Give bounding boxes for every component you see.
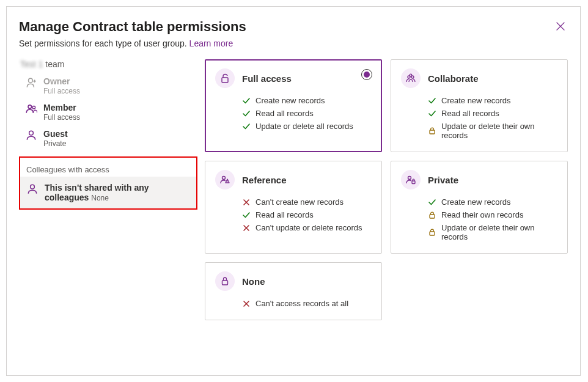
check-icon (428, 198, 436, 207)
person-icon (26, 183, 39, 195)
perm-list: Create new recordsRead all recordsUpdate… (242, 94, 372, 133)
person-warn-icon (215, 170, 235, 189)
private-icon (401, 170, 421, 189)
colleagues-highlight: Colleagues with access This isn't shared… (19, 156, 197, 210)
sidebar-role-owner: OwnerFull access (19, 73, 197, 99)
perm-item: Update or delete their own records (428, 120, 557, 142)
card-title: Private (428, 175, 458, 185)
unlock-icon (215, 68, 235, 88)
role-name: Member (43, 103, 80, 112)
check-icon (242, 109, 251, 118)
perm-item: Update or delete their own records (428, 221, 557, 243)
check-icon (242, 122, 251, 131)
permission-cards: Full accessCreate new recordsRead all re… (205, 59, 568, 320)
perm-item: Create new records (428, 196, 557, 208)
check-icon (428, 97, 436, 105)
close-icon (556, 21, 565, 31)
person-add-icon (25, 76, 37, 89)
perm-item: Create new records (428, 94, 557, 107)
radio-selected-icon (361, 69, 372, 80)
check-icon (242, 211, 251, 219)
perm-list: Create new recordsRead their own records… (428, 196, 557, 243)
x-icon (242, 198, 251, 207)
perm-list: Can't create new recordsRead all records… (242, 196, 372, 234)
colleague-row[interactable]: This isn't shared with any colleagues No… (20, 177, 196, 208)
role-sub: Full access (43, 113, 80, 122)
perm-list: Can't access records at all (242, 297, 372, 310)
card-none[interactable]: NoneCan't access records at all (205, 262, 382, 320)
role-sub: Private (43, 139, 68, 148)
lock-icon (428, 127, 436, 135)
people-icon (25, 103, 37, 115)
role-name: Owner (43, 76, 80, 86)
sidebar-role-member[interactable]: MemberFull access (19, 99, 197, 125)
card-title: None (242, 276, 265, 287)
check-icon (242, 97, 251, 105)
role-name: Guest (43, 129, 68, 139)
perm-item: Can't access records at all (242, 297, 372, 310)
perm-item: Read all records (428, 107, 557, 120)
card-collaborate[interactable]: CollaborateCreate new recordsRead all re… (391, 59, 568, 152)
lock-closed-icon (215, 271, 235, 291)
perm-item: Can't update or delete records (242, 221, 372, 234)
person-icon (25, 129, 37, 141)
group-icon (401, 68, 421, 88)
perm-item: Read all records (242, 208, 372, 221)
colleagues-section-label: Colleagues with access (20, 163, 196, 177)
card-full-access[interactable]: Full accessCreate new recordsRead all re… (205, 59, 382, 152)
perm-list: Create new recordsRead all recordsUpdate… (428, 94, 557, 142)
colleague-sub: None (91, 194, 109, 202)
card-reference[interactable]: ReferenceCan't create new recordsRead al… (205, 161, 382, 254)
card-title: Full access (242, 73, 292, 84)
lock-icon (428, 228, 436, 237)
card-private[interactable]: PrivateCreate new recordsRead their own … (391, 161, 568, 254)
role-sub: Full access (43, 87, 80, 95)
check-icon (428, 109, 436, 118)
page-subtitle: Set permissions for each type of user gr… (19, 39, 568, 48)
perm-item: Read their own records (428, 208, 557, 221)
x-icon (242, 299, 251, 308)
permissions-panel: Manage Contract table permissions Set pe… (6, 6, 581, 376)
perm-item: Read all records (242, 107, 372, 120)
team-label: Test 1 team (20, 59, 197, 69)
page-title: Manage Contract table permissions (19, 19, 246, 35)
perm-item: Create new records (242, 94, 372, 107)
x-icon (242, 224, 251, 232)
sidebar-role-guest[interactable]: GuestPrivate (19, 125, 197, 152)
card-title: Collaborate (428, 73, 479, 84)
lock-icon (428, 211, 436, 219)
perm-item: Update or delete all records (242, 120, 372, 133)
sidebar: Test 1 team OwnerFull accessMemberFull a… (19, 59, 197, 320)
learn-more-link[interactable]: Learn more (189, 39, 233, 48)
card-title: Reference (242, 175, 287, 185)
perm-item: Can't create new records (242, 196, 372, 208)
close-button[interactable] (553, 19, 568, 34)
